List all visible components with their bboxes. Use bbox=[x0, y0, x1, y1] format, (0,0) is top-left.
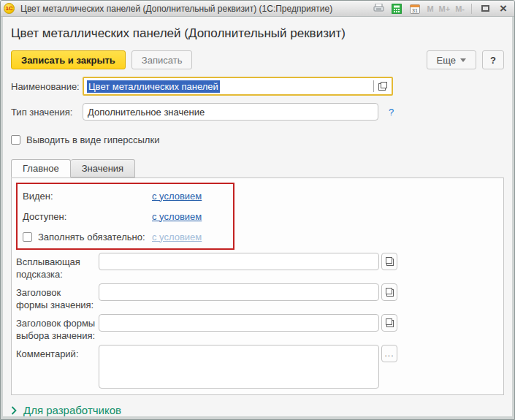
value-type-input[interactable]: Дополнительное значение bbox=[83, 103, 378, 121]
open-icon[interactable] bbox=[378, 82, 387, 91]
name-value-selected: Цвет металлических панелей bbox=[87, 80, 220, 93]
required-row: Заполнять обязательно: с условием bbox=[18, 226, 233, 247]
choice-form-title-line1: Заголовок формы bbox=[16, 317, 99, 329]
window-title: Цвет металлических панелей (Дополнительн… bbox=[20, 4, 332, 14]
svg-text:31: 31 bbox=[413, 7, 419, 12]
tab-bar: Главное Значения bbox=[11, 159, 504, 177]
required-condition-link: с условием bbox=[152, 232, 202, 243]
open-icon bbox=[386, 257, 392, 266]
maximize-icon bbox=[481, 5, 489, 12]
tooltip-open-button[interactable] bbox=[381, 253, 397, 270]
titlebar: 1С Цвет металлических панелей (Дополните… bbox=[1, 1, 514, 17]
accessible-row: Доступен: с условием bbox=[18, 206, 233, 226]
name-input[interactable]: Цвет металлических панелей bbox=[83, 77, 393, 96]
chevron-right-icon bbox=[11, 406, 17, 415]
help-button[interactable]: ? bbox=[482, 50, 504, 69]
tooltip-row: Всплывающая подсказка: bbox=[16, 253, 503, 280]
value-type-label: Тип значения: bbox=[11, 107, 83, 118]
developers-link-label: Для разработчиков bbox=[23, 404, 121, 416]
titlebar-separator bbox=[471, 4, 472, 14]
form-content: Цвет металлических панелей (Дополнительн… bbox=[3, 17, 512, 416]
value-form-title-label: Заголовок формы значения: bbox=[16, 283, 99, 311]
required-checkbox[interactable] bbox=[23, 232, 32, 242]
value-type-value: Дополнительное значение bbox=[88, 107, 205, 118]
maximize-button[interactable] bbox=[478, 3, 492, 15]
save-button[interactable]: Записать bbox=[131, 50, 193, 69]
tooltip-label-line2: подсказка: bbox=[16, 268, 99, 280]
value-type-help-link[interactable]: ? bbox=[389, 107, 394, 118]
annotation-red-box: Виден: с условием Доступен: с условием З… bbox=[16, 183, 234, 250]
choice-form-title-open-button[interactable] bbox=[381, 314, 397, 332]
more-button-label: Еще bbox=[437, 55, 456, 66]
value-form-title-input[interactable] bbox=[99, 283, 379, 301]
accessible-condition-link[interactable]: с условием bbox=[152, 211, 202, 222]
comment-textarea[interactable] bbox=[99, 345, 379, 389]
field-separator bbox=[373, 80, 374, 92]
visible-label: Виден: bbox=[23, 191, 152, 202]
memory-minus-button[interactable]: M- bbox=[455, 4, 465, 13]
memory-recall-button[interactable]: M bbox=[427, 4, 433, 13]
value-form-title-line1: Заголовок bbox=[16, 286, 99, 299]
hyperlink-checkbox-label: Выводить в виде гиперссылки bbox=[26, 134, 159, 145]
app-window: 1С Цвет металлических панелей (Дополните… bbox=[0, 0, 515, 420]
developers-link[interactable]: Для разработчиков bbox=[11, 404, 504, 416]
choice-form-title-label: Заголовок формы выбора значения: bbox=[16, 314, 99, 342]
page-title: Цвет металлических панелей (Дополнительн… bbox=[11, 26, 504, 41]
chevron-down-icon bbox=[460, 58, 466, 62]
1c-logo-icon: 1С bbox=[4, 3, 15, 14]
visible-condition-link[interactable]: с условием bbox=[152, 191, 202, 202]
choice-form-title-line2: выбора значения: bbox=[16, 329, 99, 342]
tab-values[interactable]: Значения bbox=[71, 159, 135, 177]
save-and-close-button[interactable]: Записать и закрыть bbox=[11, 50, 126, 69]
open-icon bbox=[386, 318, 392, 327]
tab-main[interactable]: Главное bbox=[11, 159, 71, 177]
value-form-title-open-button[interactable] bbox=[381, 283, 397, 301]
tooltip-label: Всплывающая подсказка: bbox=[16, 253, 99, 280]
accessible-label: Доступен: bbox=[23, 211, 152, 222]
main-tab-panel: Виден: с условием Доступен: с условием З… bbox=[11, 177, 504, 395]
visible-row: Виден: с условием bbox=[18, 186, 233, 206]
choice-form-title-row: Заголовок формы выбора значения: bbox=[16, 314, 503, 342]
calendar-icon[interactable]: 31 bbox=[408, 3, 421, 15]
value-form-title-row: Заголовок формы значения: bbox=[16, 283, 503, 311]
value-type-row: Тип значения: Дополнительное значение ? bbox=[11, 103, 504, 121]
hyperlink-row: Выводить в виде гиперссылки bbox=[11, 134, 504, 145]
choice-form-title-input[interactable] bbox=[99, 314, 379, 332]
more-button[interactable]: Еще bbox=[427, 50, 476, 69]
comment-row: Комментарий: ... bbox=[16, 345, 503, 389]
hyperlink-checkbox[interactable] bbox=[11, 135, 20, 145]
comment-more-button[interactable]: ... bbox=[381, 345, 397, 362]
tooltip-input[interactable] bbox=[99, 253, 379, 270]
close-button[interactable] bbox=[497, 3, 510, 15]
name-row: Наименование: Цвет металлических панелей bbox=[11, 77, 504, 96]
comment-label: Комментарий: bbox=[16, 345, 99, 360]
required-label: Заполнять обязательно: bbox=[38, 232, 152, 243]
close-icon bbox=[500, 2, 507, 15]
calculator-icon[interactable] bbox=[390, 3, 403, 15]
memory-plus-button[interactable]: M+ bbox=[439, 4, 451, 13]
tooltip-label-line1: Всплывающая bbox=[16, 256, 99, 268]
open-icon bbox=[386, 288, 392, 297]
file-print-icon[interactable] bbox=[372, 3, 385, 15]
name-label: Наименование: bbox=[11, 81, 83, 92]
value-form-title-line2: формы значения: bbox=[16, 299, 99, 311]
command-bar: Записать и закрыть Записать Еще ? bbox=[11, 50, 504, 69]
